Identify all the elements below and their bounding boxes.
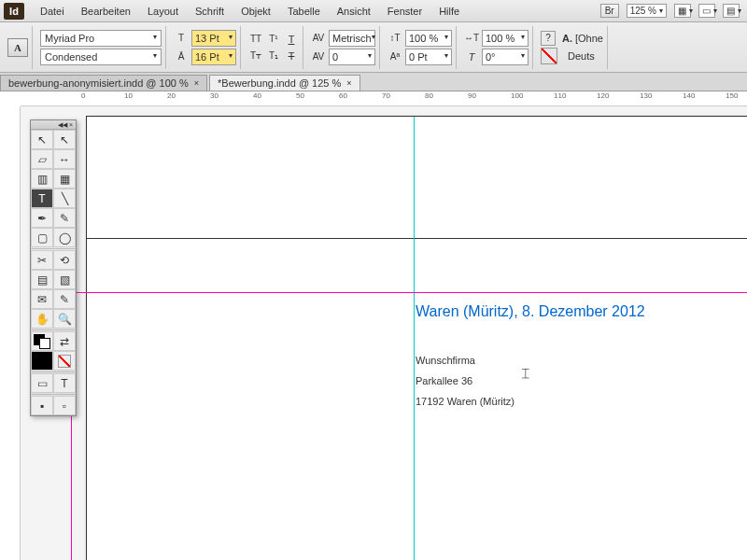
menu-objekt[interactable]: Objekt — [233, 6, 279, 17]
tracking-dropdown[interactable]: 0 — [329, 49, 375, 65]
rectangle-frame-tool[interactable]: ▢ — [31, 228, 53, 247]
apply-color[interactable] — [31, 351, 53, 371]
menu-datei[interactable]: Datei — [32, 6, 73, 17]
document-tabs: bewerbung-anonymisiert.indd @ 100 %× *Be… — [0, 73, 747, 91]
apply-none[interactable] — [53, 351, 76, 371]
font-size-dropdown[interactable]: 13 Pt — [191, 30, 236, 47]
menu-layout[interactable]: Layout — [139, 6, 187, 17]
tracking-icon: AV — [311, 49, 326, 64]
baseline-dropdown[interactable]: 0 Pt — [405, 49, 452, 65]
tab-doc-1[interactable]: bewerbung-anonymisiert.indd @ 100 %× — [0, 75, 207, 91]
skew-dropdown[interactable]: 0° — [482, 49, 529, 65]
pencil-tool[interactable]: ✎ — [53, 208, 76, 228]
character-mode-button[interactable]: A — [7, 38, 28, 57]
baseline-icon: Aª — [388, 49, 402, 64]
text-cursor-icon: ⌶ — [522, 366, 529, 380]
gradient-feather-tool[interactable]: ▧ — [53, 270, 76, 289]
vertical-ruler[interactable] — [0, 106, 21, 560]
tools-panel[interactable]: ◀◀ × ↖ ↖ ▱ ↔ ▥ ▦ T ╲ ✒ ✎ ▢ ◯ ✂ ⟲ ▤ ▧ ✉ ✎… — [30, 119, 77, 416]
selection-tool[interactable]: ↖ — [31, 130, 53, 149]
bridge-button[interactable]: Br — [600, 4, 619, 18]
leading-icon: Ā — [174, 49, 189, 64]
address-text[interactable]: Wunschfirma Parkallee 36 17192 Waren (Mü… — [416, 350, 514, 412]
free-transform-tool[interactable]: ⟲ — [53, 250, 76, 270]
menu-schrift[interactable]: Schrift — [187, 6, 233, 17]
scissors-tool[interactable]: ✂ — [31, 250, 53, 270]
zoom-dropdown[interactable]: 125 % — [627, 4, 667, 18]
allcaps-icon[interactable]: TT — [248, 32, 263, 47]
address-line1: Wunschfirma — [416, 350, 514, 371]
margin-guides — [71, 292, 747, 560]
menu-tabelle[interactable]: Tabelle — [279, 6, 329, 17]
preview-mode[interactable]: ▫ — [53, 396, 76, 415]
app-logo: Id — [4, 3, 24, 20]
close-icon[interactable]: × — [346, 78, 351, 88]
eyedropper-tool[interactable]: ✎ — [53, 289, 76, 309]
skew-icon: T — [464, 49, 479, 64]
zoom-tool[interactable]: 🔍 — [53, 309, 76, 329]
note-tool[interactable]: ✉ — [31, 289, 53, 309]
horizontal-ruler[interactable]: 0102030405060708090100110120130140150 — [21, 91, 747, 106]
menu-fenster[interactable]: Fenster — [379, 6, 430, 17]
kerning-icon: AV — [311, 31, 326, 46]
vscale-dropdown[interactable]: 100 % — [405, 30, 452, 47]
swap-fill-stroke[interactable]: ⇄ — [53, 331, 76, 351]
content-collector-tool[interactable]: ▥ — [31, 169, 53, 189]
control-panel: A Myriad Pro Condensed T13 Pt Ā16 Pt TT … — [0, 22, 747, 73]
fill-stroke-swatch[interactable] — [31, 331, 53, 351]
menu-ansicht[interactable]: Ansicht — [329, 6, 379, 17]
underline-icon[interactable]: T — [284, 32, 299, 47]
normal-view-mode[interactable]: ▪ — [31, 396, 53, 415]
screen-mode-dropdown[interactable]: ▭ — [698, 4, 715, 18]
hand-tool[interactable]: ✋ — [31, 309, 53, 329]
subscript-icon[interactable]: T₁ — [266, 49, 281, 63]
date-text[interactable]: Waren (Müritz), 8. Dezember 2012 — [416, 303, 645, 320]
ellipse-tool[interactable]: ◯ — [53, 228, 76, 247]
hscale-dropdown[interactable]: 100 % — [482, 30, 529, 47]
vscale-icon: ↕T — [388, 31, 402, 46]
gradient-swatch-tool[interactable]: ▤ — [31, 270, 53, 289]
superscript-icon[interactable]: T¹ — [266, 32, 281, 47]
kerning-dropdown[interactable]: Metrisch — [329, 30, 375, 47]
line-tool[interactable]: ╲ — [53, 189, 76, 208]
page[interactable]: Waren (Müritz), 8. Dezember 2012 Wunschf… — [86, 116, 747, 560]
smallcaps-icon[interactable]: Tᴛ — [248, 49, 263, 63]
help-icon[interactable]: ? — [541, 31, 556, 46]
address-line2: Parkallee 36 — [416, 371, 514, 391]
format-container[interactable]: ▭ — [31, 373, 53, 393]
frame-edge — [87, 238, 747, 239]
panel-collapse-icon[interactable]: ◀◀ × — [31, 120, 76, 130]
menu-bearbeiten[interactable]: Bearbeiten — [73, 6, 139, 17]
leading-dropdown[interactable]: 16 Pt — [191, 49, 236, 65]
address-line3: 17192 Waren (Müritz) — [416, 391, 514, 412]
direct-selection-tool[interactable]: ↖ — [53, 130, 76, 149]
menu-bar: Id Datei Bearbeiten Layout Schrift Objek… — [0, 0, 747, 22]
page-tool[interactable]: ▱ — [31, 149, 53, 169]
strikethrough-icon[interactable]: T — [284, 49, 299, 63]
type-tool[interactable]: T — [31, 189, 53, 208]
menu-hilfe[interactable]: Hilfe — [430, 6, 468, 17]
gap-tool[interactable]: ↔ — [53, 149, 76, 169]
font-family-dropdown[interactable]: Myriad Pro — [40, 30, 162, 47]
arrange-dropdown[interactable]: ▤ — [723, 4, 740, 18]
language-label: Deuts — [568, 50, 595, 62]
hscale-icon: ↔T — [464, 31, 479, 46]
pen-tool[interactable]: ✒ — [31, 208, 53, 228]
tab-doc-2[interactable]: *Bewerbung.indd @ 125 %× — [209, 75, 360, 91]
font-style-dropdown[interactable]: Condensed — [40, 49, 162, 65]
document-area: Waren (Müritz), 8. Dezember 2012 Wunschf… — [21, 106, 747, 560]
font-size-icon: T — [174, 31, 189, 46]
close-icon[interactable]: × — [194, 78, 199, 88]
format-text[interactable]: T — [53, 373, 76, 393]
view-options-dropdown[interactable]: ▦ — [674, 4, 691, 18]
content-placer-tool[interactable]: ▦ — [53, 169, 76, 189]
char-style-label: [Ohne — [575, 33, 603, 44]
fill-none-icon[interactable] — [541, 48, 557, 64]
